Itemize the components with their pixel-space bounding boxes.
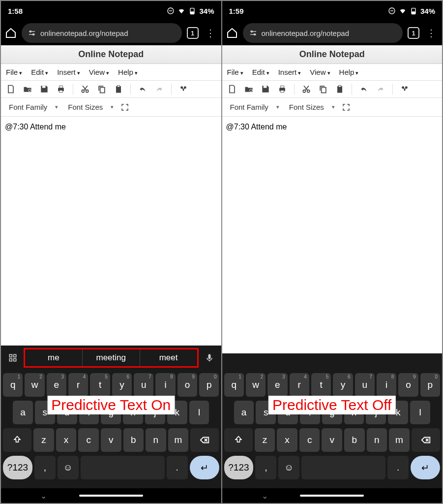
fullscreen-icon[interactable] (342, 103, 351, 112)
menu-edit[interactable]: Edit (252, 68, 269, 76)
key-b[interactable]: b (344, 428, 365, 452)
key-i[interactable]: i8 (377, 373, 396, 397)
menu-view[interactable]: View (310, 68, 330, 76)
save-icon[interactable] (39, 84, 49, 94)
undo-icon[interactable] (138, 84, 148, 94)
tab-switcher[interactable]: 1 (187, 27, 199, 39)
key-e[interactable]: e3 (47, 373, 66, 397)
editor-area[interactable]: @7:30 Attend me (1, 117, 221, 346)
key-t[interactable]: t5 (90, 373, 110, 397)
shift-key[interactable] (224, 428, 253, 452)
editor-area[interactable]: @7:30 Attend me (222, 117, 443, 353)
key-a[interactable]: a (13, 401, 33, 424)
cut-icon[interactable] (80, 84, 90, 94)
copy-icon[interactable] (318, 84, 328, 94)
suggestion-1[interactable]: me (25, 349, 83, 366)
key-u[interactable]: u7 (355, 373, 375, 397)
emoji-key[interactable]: ☺ (278, 456, 299, 479)
period-key[interactable]: . (167, 456, 188, 479)
home-icon[interactable] (5, 27, 17, 39)
menu-help[interactable]: Help (339, 68, 359, 76)
backspace-key[interactable] (412, 428, 440, 452)
key-y[interactable]: y6 (333, 373, 353, 397)
key-l[interactable]: l (189, 401, 209, 424)
key-p[interactable]: p0 (420, 373, 440, 397)
key-t[interactable]: t5 (311, 373, 331, 397)
redo-icon[interactable] (154, 84, 164, 94)
font-size-dropdown[interactable]: Font Sizes (286, 101, 338, 113)
paste-icon[interactable] (335, 84, 345, 94)
key-o[interactable]: o9 (398, 373, 418, 397)
key-z[interactable]: z (255, 428, 275, 452)
font-size-dropdown[interactable]: Font Sizes (65, 101, 117, 113)
open-icon[interactable] (244, 84, 254, 94)
key-v[interactable]: v (322, 428, 342, 452)
open-icon[interactable] (23, 84, 32, 94)
key-w[interactable]: w2 (246, 373, 266, 397)
url-bar[interactable]: onlinenotepad.org/notepad (243, 23, 403, 43)
print-icon[interactable] (56, 84, 66, 94)
menu-file[interactable]: File (227, 68, 243, 76)
save-icon[interactable] (261, 84, 270, 94)
menu-edit[interactable]: Edit (31, 68, 48, 76)
menu-file[interactable]: File (6, 68, 22, 76)
grid-icon[interactable] (4, 349, 22, 367)
suggestion-3[interactable]: meet (140, 349, 197, 366)
key-n[interactable]: n (367, 428, 387, 452)
key-w[interactable]: w2 (25, 373, 44, 397)
shift-key[interactable] (3, 428, 31, 452)
key-r[interactable]: r4 (68, 373, 88, 397)
new-doc-icon[interactable] (227, 84, 237, 94)
enter-key[interactable]: ↵ (190, 456, 219, 479)
menu-insert[interactable]: Insert (57, 68, 80, 76)
new-doc-icon[interactable] (6, 84, 16, 94)
redo-icon[interactable] (376, 84, 385, 94)
nav-pill[interactable] (300, 495, 364, 497)
key-u[interactable]: u7 (134, 373, 153, 397)
nav-caret-icon[interactable]: ⌄ (262, 491, 268, 501)
key-i[interactable]: i8 (155, 373, 175, 397)
tab-switcher[interactable]: 1 (408, 27, 419, 39)
key-c[interactable]: c (299, 428, 320, 452)
nav-caret-icon[interactable]: ⌄ (40, 491, 47, 501)
key-y[interactable]: y6 (112, 373, 132, 397)
nav-pill[interactable] (79, 495, 143, 497)
period-key[interactable]: . (387, 456, 409, 479)
key-n[interactable]: n (146, 428, 166, 452)
key-z[interactable]: z (33, 428, 54, 452)
font-family-dropdown[interactable]: Font Family (227, 101, 282, 113)
key-x[interactable]: x (277, 428, 297, 452)
find-icon[interactable] (400, 84, 410, 94)
numeric-key[interactable]: ?123 (224, 456, 254, 479)
print-icon[interactable] (277, 84, 287, 94)
more-menu-icon[interactable]: ⋮ (424, 27, 438, 39)
key-m[interactable]: m (389, 428, 410, 452)
menu-view[interactable]: View (89, 68, 109, 76)
key-p[interactable]: p0 (199, 373, 219, 397)
key-v[interactable]: v (101, 428, 121, 452)
find-icon[interactable] (178, 84, 188, 94)
key-q[interactable]: q1 (224, 373, 244, 397)
key-x[interactable]: x (56, 428, 77, 452)
menu-help[interactable]: Help (118, 68, 138, 76)
font-family-dropdown[interactable]: Font Family (6, 101, 61, 113)
backspace-key[interactable] (190, 428, 219, 452)
key-c[interactable]: c (78, 428, 99, 452)
key-q[interactable]: q1 (3, 373, 23, 397)
key-e[interactable]: e3 (267, 373, 287, 397)
comma-key[interactable]: , (34, 456, 56, 479)
comma-key[interactable]: , (255, 456, 276, 479)
key-a[interactable]: a (234, 401, 254, 424)
space-key[interactable] (301, 456, 385, 479)
suggestion-2[interactable]: meeting (83, 349, 140, 366)
key-r[interactable]: r4 (290, 373, 309, 397)
key-m[interactable]: m (168, 428, 189, 452)
menu-insert[interactable]: Insert (278, 68, 301, 76)
enter-key[interactable]: ↵ (411, 456, 440, 479)
undo-icon[interactable] (359, 84, 369, 94)
key-l[interactable]: l (410, 401, 430, 424)
key-o[interactable]: o9 (177, 373, 197, 397)
cut-icon[interactable] (301, 84, 311, 94)
numeric-key[interactable]: ?123 (3, 456, 32, 479)
home-icon[interactable] (226, 27, 238, 39)
